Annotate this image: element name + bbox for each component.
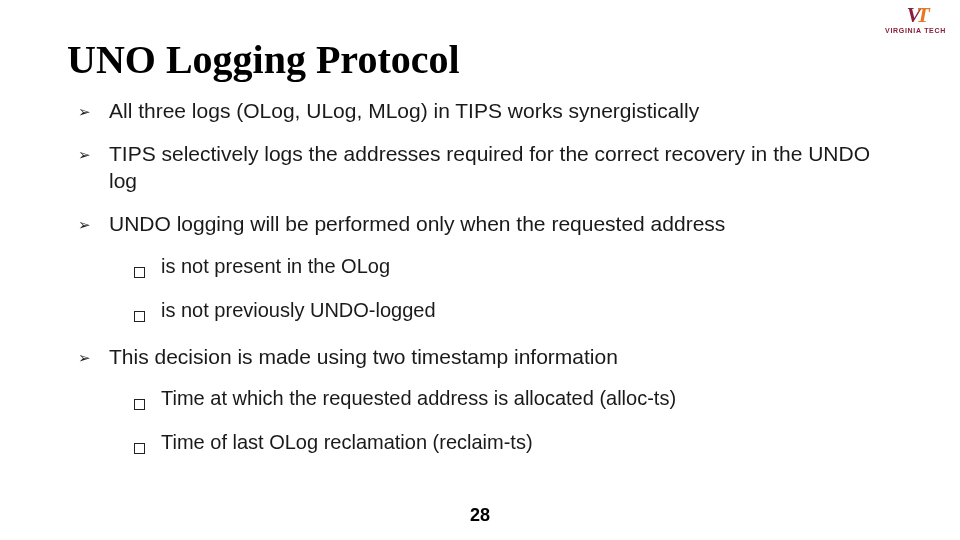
slide: VT VIRGINIA TECH UNO Logging Protocol ➢ … <box>0 0 960 540</box>
vt-logo-slash: T <box>916 2 927 27</box>
page-number: 28 <box>0 505 960 526</box>
bullet-4: ➢ This decision is made using two timest… <box>78 344 900 371</box>
bullet-1: ➢ All three logs (OLog, ULog, MLog) in T… <box>78 98 900 125</box>
square-bullet-icon <box>134 303 145 328</box>
square-bullet-icon <box>134 435 145 460</box>
sub-bullet: Time at which the requested address is a… <box>134 386 900 416</box>
content-area: ➢ All three logs (OLog, ULog, MLog) in T… <box>78 98 900 476</box>
arrow-bullet-icon: ➢ <box>78 215 91 234</box>
vt-logo-mark: VT <box>885 4 946 26</box>
sub-bullet: is not previously UNDO-logged <box>134 298 900 328</box>
sub-bullet-text: is not present in the OLog <box>161 254 390 279</box>
sub-bullet: is not present in the OLog <box>134 254 900 284</box>
arrow-bullet-icon: ➢ <box>78 348 91 367</box>
arrow-bullet-icon: ➢ <box>78 102 91 121</box>
sub-bullet-text: Time of last OLog reclamation (reclaim-t… <box>161 430 533 455</box>
bullet-2: ➢ TIPS selectively logs the addresses re… <box>78 141 900 195</box>
bullet-4-sublist: Time at which the requested address is a… <box>78 386 900 460</box>
sub-bullet-text: Time at which the requested address is a… <box>161 386 676 411</box>
square-bullet-icon <box>134 259 145 284</box>
bullet-3-text: UNDO logging will be performed only when… <box>109 211 900 238</box>
bullet-3-sublist: is not present in the OLog is not previo… <box>78 254 900 328</box>
bullet-4-text: This decision is made using two timestam… <box>109 344 900 371</box>
arrow-bullet-icon: ➢ <box>78 145 91 164</box>
page-title: UNO Logging Protocol <box>67 36 460 83</box>
vt-logo: VT VIRGINIA TECH <box>885 4 946 34</box>
square-bullet-icon <box>134 391 145 416</box>
sub-bullet-text: is not previously UNDO-logged <box>161 298 436 323</box>
vt-logo-subtext: VIRGINIA TECH <box>885 27 946 34</box>
sub-bullet: Time of last OLog reclamation (reclaim-t… <box>134 430 900 460</box>
bullet-1-text: All three logs (OLog, ULog, MLog) in TIP… <box>109 98 900 125</box>
bullet-3: ➢ UNDO logging will be performed only wh… <box>78 211 900 238</box>
bullet-2-text: TIPS selectively logs the addresses requ… <box>109 141 900 195</box>
